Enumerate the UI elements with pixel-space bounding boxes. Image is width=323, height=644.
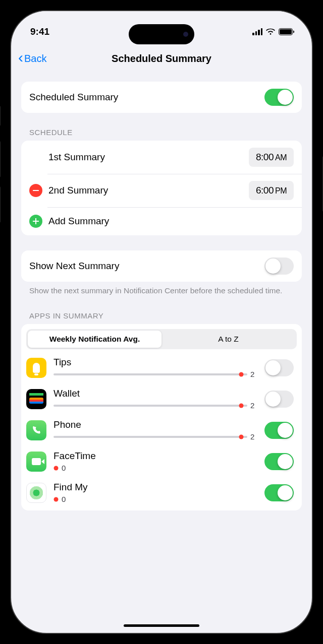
toggle-phone[interactable]	[264, 422, 294, 439]
schedule-label-1: 1st Summary	[48, 152, 249, 163]
meter-findmy	[53, 498, 59, 500]
count-facetime: 0	[62, 464, 69, 472]
schedule-row-2: 2nd Summary 6:00PM	[21, 174, 302, 207]
dynamic-island	[129, 24, 194, 44]
content-area: Scheduled Summary SCHEDULE 1st Summary 8…	[11, 76, 312, 633]
schedule-header: SCHEDULE	[21, 128, 302, 141]
battery-icon	[279, 28, 293, 35]
add-summary-button[interactable]	[29, 215, 42, 228]
cellular-icon	[252, 28, 262, 35]
toggle-findmy[interactable]	[264, 484, 294, 501]
chevron-left-icon: ‹	[18, 50, 23, 65]
show-next-summary-label: Show Next Summary	[29, 261, 264, 272]
navigation-bar: ‹ Back Scheduled Summary	[11, 41, 312, 76]
back-button[interactable]: ‹ Back	[18, 52, 46, 65]
wallet-app-icon	[26, 389, 46, 409]
device-frame: 9:41 ‹ Back Scheduled Summary Scheduled …	[0, 0, 323, 644]
scheduled-summary-row: Scheduled Summary	[21, 82, 302, 113]
app-name-findmy: Find My	[53, 482, 257, 493]
schedule-ampm-1: AM	[275, 153, 287, 162]
toggle-wallet[interactable]	[264, 391, 294, 408]
page-title: Scheduled Summary	[112, 53, 211, 65]
volume-up-button	[0, 141, 1, 177]
app-name-wallet: Wallet	[53, 388, 257, 399]
count-phone: 2	[250, 432, 257, 441]
scheduled-summary-toggle[interactable]	[264, 89, 294, 106]
phone-icon	[31, 425, 42, 436]
app-name-phone: Phone	[53, 419, 257, 430]
status-time: 9:41	[30, 26, 49, 37]
back-label: Back	[24, 53, 46, 65]
phone-app-icon	[26, 420, 46, 440]
delete-summary-button[interactable]	[29, 184, 42, 197]
app-row-wallet: Wallet 2	[21, 383, 302, 415]
sort-segmented-control[interactable]: Weekly Notification Avg. A to Z	[26, 329, 297, 349]
show-next-summary-footer: Show the next summary in Notification Ce…	[21, 282, 302, 296]
screen: 9:41 ‹ Back Scheduled Summary Scheduled …	[10, 10, 313, 634]
tips-app-icon	[26, 358, 46, 378]
show-next-summary-toggle[interactable]	[264, 257, 294, 275]
schedule-time-value-2: 6:00	[256, 185, 274, 196]
scheduled-summary-label: Scheduled Summary	[29, 92, 264, 103]
video-icon	[32, 458, 41, 465]
schedule-ampm-2: PM	[275, 186, 287, 195]
meter-facetime	[53, 467, 59, 469]
schedule-time-value-1: 8:00	[256, 152, 274, 162]
add-summary-label: Add Summary	[48, 216, 294, 227]
app-row-findmy: Find My 0	[21, 477, 302, 508]
count-findmy: 0	[62, 495, 69, 503]
sort-by-az[interactable]: A to Z	[162, 331, 295, 348]
add-summary-row[interactable]: Add Summary	[21, 207, 302, 235]
sort-by-avg[interactable]: Weekly Notification Avg.	[28, 331, 162, 348]
schedule-time-1[interactable]: 8:00AM	[249, 148, 294, 167]
meter-phone	[53, 436, 247, 438]
mute-switch	[0, 106, 1, 126]
schedule-time-2[interactable]: 6:00PM	[249, 181, 294, 200]
toggle-tips[interactable]	[264, 359, 294, 376]
schedule-row-1: 1st Summary 8:00AM	[21, 141, 302, 174]
app-name-facetime: FaceTime	[53, 450, 257, 462]
plus-icon	[33, 218, 39, 224]
wifi-icon	[266, 28, 275, 35]
volume-down-button	[0, 186, 1, 223]
count-wallet: 2	[250, 401, 257, 410]
app-row-tips: Tips 2	[21, 352, 302, 383]
schedule-label-2: 2nd Summary	[48, 185, 249, 196]
count-tips: 2	[250, 370, 257, 378]
app-name-tips: Tips	[53, 357, 257, 368]
apps-header: APPS IN SUMMARY	[21, 311, 302, 324]
toggle-facetime[interactable]	[264, 453, 294, 470]
findmy-app-icon	[26, 483, 46, 503]
meter-wallet	[53, 405, 247, 407]
home-indicator[interactable]	[124, 624, 199, 627]
svg-rect-0	[33, 190, 39, 191]
meter-tips	[53, 373, 247, 375]
app-row-facetime: FaceTime 0	[21, 446, 302, 477]
show-next-summary-row: Show Next Summary	[21, 250, 302, 282]
facetime-app-icon	[26, 452, 46, 472]
minus-icon	[33, 190, 39, 191]
app-row-phone: Phone 2	[21, 415, 302, 446]
status-icons	[252, 28, 293, 35]
